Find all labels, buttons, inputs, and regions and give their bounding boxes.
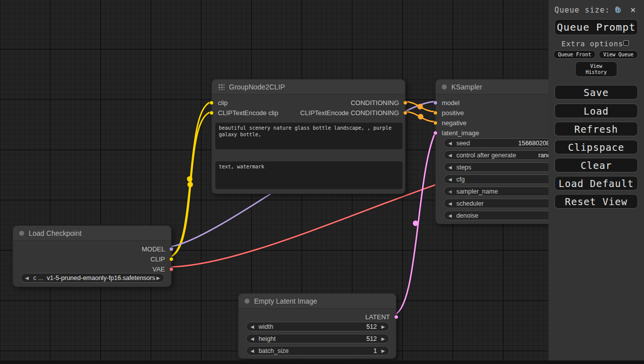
collapse-dot-icon[interactable] <box>19 231 24 236</box>
view-history-line1: View <box>590 63 602 69</box>
combo-left-arrow-icon[interactable]: ◀ <box>448 201 452 206</box>
gear-icon[interactable]: ⚙ <box>615 4 621 15</box>
clipspace-button[interactable]: Clipspace <box>554 140 638 154</box>
node-title: Load Checkpoint <box>29 229 82 237</box>
widget-label: sampler_name <box>456 188 498 195</box>
input-port-positive[interactable] <box>433 111 438 115</box>
output-label: MODEL <box>142 245 165 253</box>
widget-label: c ... <box>33 275 43 282</box>
clear-button[interactable]: Clear <box>554 158 638 172</box>
extra-options-label: Extra options <box>561 40 623 48</box>
queue-size-label: Queue size: 0 <box>554 6 620 15</box>
input-port-negative[interactable] <box>433 121 438 125</box>
input-port-latent-image[interactable] <box>433 131 438 135</box>
node-groupnode2clip[interactable]: GroupNode2CLIP clip CONDITIONING CLIPTex… <box>211 79 406 194</box>
widget-label: steps <box>456 164 471 171</box>
node-title: Empty Latent Image <box>254 297 317 305</box>
input-label: negative <box>442 119 466 127</box>
queue-front-button[interactable]: Queue Front <box>553 50 596 59</box>
output-label: CONDITIONING <box>351 99 399 107</box>
combo-right-arrow-icon[interactable]: ▶ <box>156 276 160 281</box>
decrement-arrow-icon[interactable]: ◀ <box>448 153 452 158</box>
widget-label: seed <box>456 140 470 147</box>
output-port-clip[interactable] <box>169 257 174 261</box>
view-queue-button[interactable]: View Queue <box>599 50 638 59</box>
view-history-button[interactable]: View History <box>575 61 617 77</box>
widget-ckpt-name[interactable]: ◀ c ... v1-5-pruned-emaonly-fp16.safeten… <box>21 273 165 283</box>
node-title: GroupNode2CLIP <box>229 83 285 91</box>
input-label: latent_image <box>442 129 479 137</box>
increment-arrow-icon[interactable]: ▶ <box>381 348 385 353</box>
output-label: CLIPTextEncode CONDITIONING <box>300 109 399 117</box>
output-label: LATENT <box>365 313 390 321</box>
input-port-clip[interactable] <box>209 101 214 105</box>
bottom-edge-strip <box>0 360 644 364</box>
negative-prompt-textarea[interactable]: text, watermark <box>215 161 403 189</box>
decrement-arrow-icon[interactable]: ◀ <box>251 348 254 353</box>
output-port-vae[interactable] <box>169 267 174 271</box>
group-grid-icon <box>218 83 224 90</box>
input-port-model[interactable] <box>433 101 438 105</box>
node-title: KSampler <box>451 83 482 91</box>
widget-value: 512 <box>366 323 377 330</box>
save-button[interactable]: Save <box>554 85 638 100</box>
widget-label: cfg <box>456 176 465 183</box>
node-empty-latent-image[interactable]: Empty Latent Image LATENT ◀ width 512 ▶ … <box>238 293 396 359</box>
input-label: model <box>442 99 459 107</box>
decrement-arrow-icon[interactable]: ◀ <box>448 141 452 146</box>
widget-width[interactable]: ◀ width 512 ▶ <box>246 322 389 331</box>
output-port-conditioning[interactable] <box>403 101 408 105</box>
close-icon[interactable]: ✕ <box>630 5 635 15</box>
widget-label: batch_size <box>259 347 289 354</box>
queue-prompt-button[interactable]: Queue Prompt <box>554 19 638 35</box>
node-empty-latent-header[interactable]: Empty Latent Image <box>238 294 396 309</box>
output-port-model[interactable] <box>169 247 174 251</box>
widget-height[interactable]: ◀ height 512 ▶ <box>246 334 389 343</box>
combo-left-arrow-icon[interactable]: ◀ <box>25 276 29 281</box>
node-load-checkpoint-header[interactable]: Load Checkpoint <box>13 226 171 241</box>
widget-label: control after generate <box>456 152 516 159</box>
view-history-line2: History <box>586 69 607 75</box>
widget-label: denoise <box>456 212 478 219</box>
combo-left-arrow-icon[interactable]: ◀ <box>448 189 452 194</box>
comfy-menu: Queue size: 0 ⚙ ✕ Queue Prompt Extra opt… <box>548 0 644 360</box>
increment-arrow-icon[interactable]: ▶ <box>381 324 385 329</box>
widget-value: v1-5-pruned-emaonly-fp16.safetensors <box>47 275 155 282</box>
widget-label: height <box>259 335 276 342</box>
input-label: positive <box>442 109 464 117</box>
input-label: CLIPTextEncode clip <box>218 109 278 117</box>
widget-label: scheduler <box>456 200 484 207</box>
output-label: VAE <box>152 265 165 273</box>
load-button[interactable]: Load <box>554 104 638 118</box>
node-groupnode2clip-header[interactable]: GroupNode2CLIP <box>212 79 405 95</box>
decrement-arrow-icon[interactable]: ◀ <box>251 336 254 341</box>
positive-prompt-textarea[interactable]: beautiful scenery nature glass bottle la… <box>215 123 403 149</box>
input-port-cliptextencode-clip[interactable] <box>209 111 214 115</box>
widget-label: width <box>259 323 273 330</box>
extra-options-checkbox[interactable] <box>623 40 629 46</box>
collapse-dot-icon[interactable] <box>245 299 250 304</box>
widget-batch-size[interactable]: ◀ batch_size 1 ▶ <box>246 346 389 355</box>
output-port-cliptextencode-conditioning[interactable] <box>403 111 408 115</box>
load-default-button[interactable]: Load Default <box>554 176 638 191</box>
node-load-checkpoint[interactable]: Load Checkpoint MODEL CLIP VAE ◀ c ... v… <box>13 225 172 287</box>
reset-view-button[interactable]: Reset View <box>554 194 638 209</box>
widget-value: 1 <box>373 347 377 354</box>
decrement-arrow-icon[interactable]: ◀ <box>448 165 452 170</box>
widget-value: 512 <box>366 335 377 342</box>
output-label: CLIP <box>150 255 165 263</box>
decrement-arrow-icon[interactable]: ◀ <box>448 177 452 182</box>
decrement-arrow-icon[interactable]: ◀ <box>251 324 254 329</box>
increment-arrow-icon[interactable]: ▶ <box>381 336 385 341</box>
collapse-dot-icon[interactable] <box>442 84 447 89</box>
input-label: clip <box>218 99 228 107</box>
refresh-button[interactable]: Refresh <box>554 122 638 136</box>
decrement-arrow-icon[interactable]: ◀ <box>448 213 452 218</box>
output-port-latent[interactable] <box>394 315 398 319</box>
